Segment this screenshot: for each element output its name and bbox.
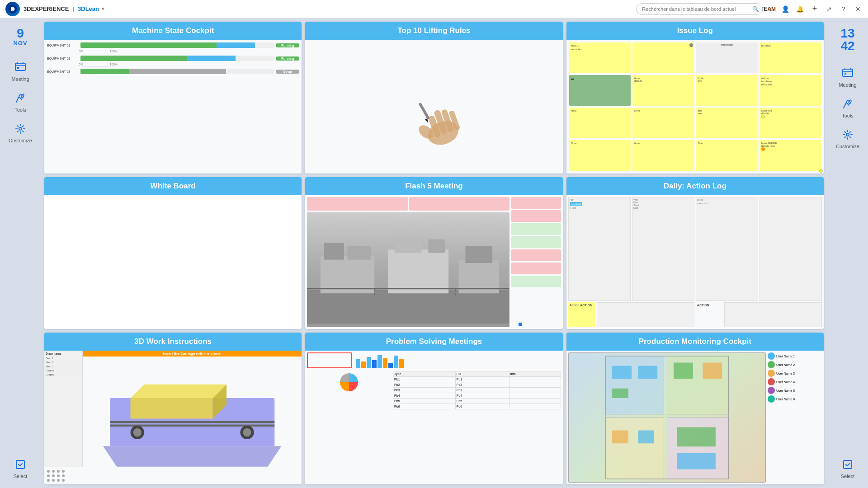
svg-rect-13	[419, 103, 430, 120]
sidebar-right: 13 42 Meeting Tools	[827, 18, 868, 488]
sticky-6: Actiontext heremore info	[760, 75, 821, 106]
dot-5	[47, 474, 50, 477]
help-icon[interactable]: ?	[839, 5, 848, 14]
prod-avatar-2	[768, 361, 775, 368]
sticky-1: Note 1some text	[569, 42, 631, 73]
daily-action-note-1: Action ACTION	[568, 302, 595, 327]
sticky-12: Note	[632, 140, 694, 171]
wi-item-2: Step 2	[46, 361, 81, 365]
prod-user-2: User Name 2	[768, 361, 822, 368]
svg-point-5	[19, 127, 22, 130]
svg-marker-29	[131, 398, 213, 419]
svg-rect-51	[677, 427, 716, 446]
flash5-status-4	[511, 236, 561, 248]
factory-floor-map	[569, 353, 765, 482]
hour-display: 13	[840, 27, 854, 40]
time-display: 13 42	[840, 27, 854, 52]
svg-rect-49	[612, 431, 628, 444]
sidebar-item-meeting-left[interactable]: Meeting	[11, 60, 29, 82]
minute-display: 42	[840, 40, 854, 52]
add-icon[interactable]: +	[810, 5, 819, 14]
card-header-problem: Problem Solving Meetings	[305, 333, 562, 351]
svg-marker-30	[131, 385, 226, 398]
card-body-machine-state: EQUIPMENT 01 Running 0%_______________10…	[44, 40, 302, 174]
sidebar-item-select-right[interactable]: Select	[840, 457, 855, 479]
select-icon-right	[840, 457, 855, 472]
prod-avatar-6	[768, 395, 775, 403]
prod-user-5: User Name 5	[768, 387, 822, 394]
dot-10	[52, 479, 55, 482]
sticky-9: Infotext	[696, 108, 757, 138]
card-header-whiteboard: White Board	[44, 177, 302, 195]
app-logo[interactable]: 3DEXPERIENCE | 3DLean ▾	[5, 2, 104, 16]
sticky-5: Noteinfo	[696, 75, 757, 106]
card-body-lifting	[305, 40, 562, 174]
svg-rect-6	[16, 460, 24, 469]
flash5-top-bars	[307, 197, 509, 211]
prod-avatar-1	[768, 352, 775, 360]
sidebar-item-meeting-right[interactable]: Meeting	[839, 66, 856, 88]
sidebar-item-select-left[interactable]: Select	[13, 457, 28, 479]
profile-icon[interactable]: 👤	[781, 5, 790, 14]
search-input[interactable]	[636, 3, 763, 15]
problem-red-box	[307, 352, 352, 368]
sidebar-item-tools-left[interactable]: Tools	[13, 91, 28, 113]
share-icon[interactable]: ↗	[825, 5, 834, 14]
problem-table-left	[307, 371, 391, 409]
bar-4	[372, 360, 377, 368]
select-icon-left	[13, 457, 28, 472]
sidebar-item-customize-left[interactable]: Customize	[9, 122, 32, 143]
work-inst-top: Draw Items Step 1 Step 2 Step 3 Control …	[44, 351, 302, 467]
work-inst-banner: Insert the Carriage with the crane.	[83, 351, 302, 357]
problem-top	[307, 352, 561, 368]
svg-rect-52	[677, 453, 716, 469]
tag-icon[interactable]: 🏷	[768, 5, 775, 13]
customize-icon-right	[840, 127, 855, 142]
svg-rect-17	[324, 243, 344, 259]
problem-bar-chart	[356, 352, 404, 368]
table-row-1: Pb1 Pd1	[393, 377, 561, 382]
sidebar-item-customize-right[interactable]: Customize	[836, 127, 859, 149]
svg-rect-21	[429, 239, 445, 253]
tools-label-right: Tools	[842, 113, 854, 118]
card-problem-solving: Problem Solving Meetings	[305, 333, 562, 484]
svg-point-55	[846, 133, 849, 136]
svg-rect-50	[638, 431, 654, 444]
cad-illustration	[83, 357, 302, 467]
select-label-left: Select	[14, 474, 28, 479]
card-body-problem: Type P/d Info Pb1 Pd1 Pb2 P	[305, 351, 562, 484]
sidebar-item-tools-right[interactable]: Tools	[840, 97, 855, 118]
ms-bar-3	[80, 69, 274, 74]
daily-top-row: Apr ACTION 5 text Wst Wst Start End Desc…	[568, 197, 822, 301]
daily-bottom-row: Action ACTION ACTION	[568, 302, 822, 327]
prod-map	[568, 352, 766, 483]
app-title: 3DEXPERIENCE | 3DLean ▾	[24, 5, 104, 12]
customize-label-left: Customize	[9, 138, 32, 143]
flash5-status-3	[511, 223, 561, 235]
svg-rect-3	[15, 63, 25, 70]
svg-rect-4	[17, 67, 19, 69]
dot-9	[47, 479, 50, 482]
table-row-5: Pb5 Pd5	[393, 399, 561, 404]
flash5-status-1	[511, 197, 561, 209]
chevron-icon[interactable]: ▾	[102, 6, 104, 12]
prod-avatar-4	[768, 378, 775, 385]
work-inst-sidebar: Draw Items Step 1 Step 2 Step 3 Control …	[44, 351, 83, 467]
tools-icon-right	[840, 97, 855, 111]
work-inst-main: Insert the Carriage with the crane.	[83, 351, 302, 467]
flash5-status-5	[511, 249, 561, 261]
month-label: NOV	[13, 40, 27, 47]
notifications-icon[interactable]: 🔔	[796, 5, 805, 14]
dot-1	[47, 470, 50, 473]
sticky-10: Note textdetails	[760, 108, 821, 138]
daily-col-2: Wst Wst Start End	[632, 197, 694, 301]
table-header-row: Type P/d Info	[393, 371, 561, 377]
close-icon[interactable]: ✕	[854, 5, 863, 14]
sidebar-left: 9 NOV Meeting Tools	[0, 18, 41, 488]
svg-point-37	[243, 428, 251, 436]
flash5-status-7	[511, 276, 561, 287]
meeting-icon-right	[840, 66, 855, 80]
wi-item-3: Step 3	[46, 365, 81, 369]
card-daily-action: Daily: Action Log Apr ACTION 5 text Wst …	[566, 177, 824, 329]
card-header-prod-monitoring: Production Monitoring Cockpit	[566, 333, 824, 351]
